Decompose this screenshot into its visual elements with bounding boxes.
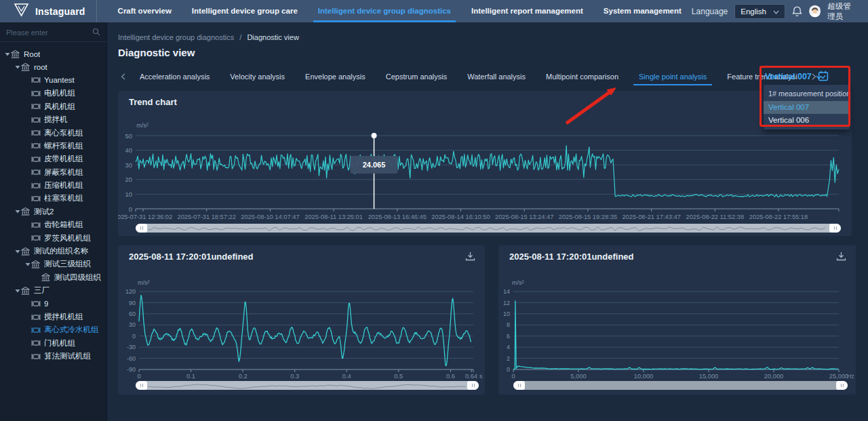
nav-item-craft-overview[interactable]: Craft overview [111,0,179,22]
notification-bell-icon[interactable] [792,5,802,17]
breadcrumb-parent[interactable]: Intelligent device group diagnostics [118,33,234,41]
dropdown-option[interactable]: Vertical 006 [764,114,850,127]
tree-item-root[interactable]: Root [0,47,106,60]
tree-item-[interactable]: 搅拌机 [0,113,106,126]
tree-item-9[interactable]: 9 [0,297,106,310]
tree-item-[interactable]: 风机机组 [0,100,106,113]
tab-velocity-analysis[interactable]: Velocity analysis [223,66,292,87]
device-icon [31,103,41,110]
slider-handle-right[interactable] [836,381,848,390]
tree-item-[interactable]: 离心泵机组 [0,126,106,139]
tree-item-label: 皮带机机组 [44,154,83,164]
svg-text:0: 0 [137,373,140,380]
device-icon [31,169,41,176]
measurement-dropdown-options: Vertical 007Vertical 006 [764,101,850,127]
tab-acceleration-analysis[interactable]: Acceleration analysis [133,66,216,87]
tree-item-[interactable]: 柱塞泵机组 [0,192,106,205]
chevron-left-icon[interactable] [117,73,130,80]
tree-item-label: 风机机组 [44,102,75,112]
brand-name: Instaguard [35,6,85,17]
tree-item-[interactable]: 屏蔽泵机组 [0,166,106,179]
tree-item-[interactable]: 罗茨风机机组 [0,231,106,244]
tree-item-[interactable]: 三厂 [0,284,106,297]
tree-item-yuantest[interactable]: Yuantest [0,74,106,87]
svg-text:30: 30 [129,321,136,328]
tab-waterfall-analysis[interactable]: Waterfall analysis [460,66,532,87]
tab-envelope-analysis[interactable]: Envelope analysis [298,66,372,87]
device-icon [31,156,41,163]
nav-item-intelligent-report-management[interactable]: Intelligent report management [464,0,591,22]
breadcrumb: Intelligent device group diagnostics / D… [118,33,299,41]
sidebar: RootrootYuantest电机机组风机机组搅拌机离心泵机组螺杆泵机组皮带机… [0,22,107,421]
slider-handle-left[interactable] [136,381,147,390]
tree-item-[interactable]: 搅拌机机组 [0,310,106,323]
brand[interactable]: Instaguard [0,0,97,22]
svg-text:2025-08-22 11:52:38: 2025-08-22 11:52:38 [686,214,744,220]
top-nav: Instaguard Craft overviewIntelligent dev… [0,0,868,22]
caret-down-icon[interactable] [14,65,21,69]
tree-item-label: 算法测试机组 [44,351,91,361]
svg-text:2025-07-31 18:57:22: 2025-07-31 18:57:22 [178,214,236,220]
organization-icon [11,50,21,58]
device-icon [31,235,41,241]
range-slider[interactable] [136,224,841,233]
tree-item-[interactable]: 门机机组 [0,337,106,350]
nav-item-intelligent-device-group-care[interactable]: Intelligent device group care [184,0,305,22]
tree-item-label: 门机机组 [44,338,75,348]
svg-text:-90: -90 [127,366,136,373]
caret-down-icon[interactable] [14,209,21,214]
svg-text:90: 90 [129,300,136,306]
device-icon [31,90,41,97]
sidebar-search [0,24,106,42]
caret-down-icon[interactable] [14,289,21,293]
tree-item-2[interactable]: 测试2 [0,205,106,218]
measurement-point-selector[interactable]: Vertical 007 [765,69,822,84]
caret-down-icon[interactable] [14,249,21,254]
tab-cepstrum-analysis[interactable]: Cepstrum analysis [379,66,454,87]
sidebar-search-input[interactable] [6,28,90,37]
tab-single-point-analysis[interactable]: Single point analysis [632,66,713,87]
download-icon[interactable] [465,251,476,262]
dropdown-option[interactable]: Vertical 007 [764,101,850,114]
language-select[interactable]: English [734,4,785,19]
svg-text:15,000: 15,000 [699,373,718,380]
nav-item-intelligent-device-group-diagnostics[interactable]: Intelligent device group diagnostics [311,0,458,22]
range-slider[interactable] [513,381,848,390]
svg-text:6: 6 [507,333,510,340]
app-root: Instaguard Craft overviewIntelligent dev… [0,0,868,421]
waveform-chart-title: 2025-08-11 17:20:01undefined [129,252,254,262]
tree-item-[interactable]: 测试的组织名称 [0,245,106,258]
tab-list: Acceleration analysisVelocity analysisEn… [130,66,808,87]
tree-item-root[interactable]: root [0,60,106,73]
slider-handle-right[interactable] [829,224,841,233]
slider-handle-right[interactable] [467,381,479,390]
range-slider[interactable] [136,381,479,390]
caret-down-icon[interactable] [3,52,11,56]
organization-icon [31,260,41,268]
tree-item-[interactable]: 算法测试机组 [0,350,106,363]
slider-handle-left[interactable] [136,224,147,233]
tab-multipoint-comparison[interactable]: Multipoint comparison [539,66,625,87]
nav-item-system-management[interactable]: System management [596,0,689,22]
tree-item-[interactable]: 测试四级组织 [0,271,106,284]
calendar-icon[interactable] [818,71,829,81]
tree-item-[interactable]: 离心式冷水机组 [0,323,106,336]
tree-item-[interactable]: 压缩机机组 [0,179,106,192]
tree-item-[interactable]: 齿轮箱机组 [0,218,106,231]
tree-item-[interactable]: 皮带机机组 [0,153,106,165]
caret-down-icon[interactable] [24,262,31,266]
tree-item-label: 搅拌机机组 [44,312,83,322]
slider-handle-left[interactable] [513,381,525,390]
download-icon[interactable] [835,251,847,262]
svg-text:2025-08-15 13:24:47: 2025-08-15 13:24:47 [495,214,553,220]
tree-item-label: 测试四级组织 [54,273,101,283]
tree-item-[interactable]: 电机机组 [0,87,106,100]
tree-item-[interactable]: 螺杆泵机组 [0,140,106,153]
svg-text:4: 4 [507,344,510,350]
svg-text:60: 60 [129,310,136,317]
tree-item-[interactable]: 测试三级组织 [0,258,106,270]
tree-item-label: root [34,63,47,71]
svg-text:Hz: Hz [847,373,854,380]
search-icon[interactable] [92,26,100,39]
user-avatar[interactable] [809,3,821,19]
